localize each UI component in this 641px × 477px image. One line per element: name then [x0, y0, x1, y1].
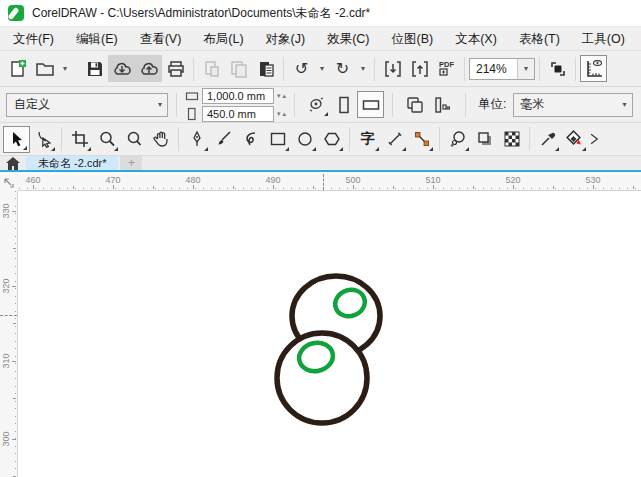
- callout-tool-button[interactable]: [444, 126, 471, 153]
- save-button[interactable]: [81, 55, 108, 82]
- page-height-icon: [185, 107, 199, 121]
- cloud-upload-button[interactable]: [135, 55, 162, 82]
- fullscreen-preview-button[interactable]: [544, 55, 571, 82]
- undo-button[interactable]: ↺: [288, 55, 315, 82]
- page-height-field[interactable]: 450.0 mm: [202, 106, 274, 122]
- landscape-orientation-button[interactable]: [357, 91, 384, 118]
- export-icon: [410, 59, 430, 79]
- page-size-preset-dropdown[interactable]: 自定义 ▾: [6, 93, 168, 117]
- open-folder-icon: [35, 59, 55, 79]
- toolbar-separator: [392, 93, 393, 117]
- bspline-tool-button[interactable]: [237, 126, 264, 153]
- zoom-dropdown-button[interactable]: ▾: [517, 59, 534, 79]
- title-bar: CorelDRAW - C:\Users\Administrator\Docum…: [0, 0, 641, 27]
- cut-button[interactable]: [198, 55, 225, 82]
- transparency-icon: [503, 130, 521, 148]
- page-width-field[interactable]: 1,000.0 mm: [202, 88, 274, 104]
- artistic-media-tool-button[interactable]: [210, 126, 237, 153]
- shadow-tool-button[interactable]: [471, 126, 498, 153]
- print-button[interactable]: [162, 55, 189, 82]
- portrait-orientation-button[interactable]: [330, 91, 357, 118]
- current-page-button[interactable]: [428, 91, 455, 118]
- fill-icon: [565, 130, 585, 148]
- undo-dropdown-button[interactable]: ▾: [315, 55, 329, 82]
- interactive-fill-tool-button[interactable]: [561, 126, 588, 153]
- text-tool-button[interactable]: 字: [354, 126, 381, 153]
- pen-tool-button[interactable]: [183, 126, 210, 153]
- menu-view[interactable]: 查看(V): [129, 27, 193, 51]
- cut-icon: [202, 59, 222, 79]
- eyedropper-icon: [539, 130, 557, 148]
- redo-icon: ↻: [336, 61, 349, 77]
- horizontal-ruler[interactable]: 460470480490500510520530: [0, 174, 641, 191]
- curve-icon: [242, 130, 260, 148]
- connector-tool-button[interactable]: [408, 126, 435, 153]
- rectangle-tool-button[interactable]: [264, 126, 291, 153]
- shape-tool-button[interactable]: [30, 126, 57, 153]
- autofit-page-button[interactable]: [303, 91, 330, 118]
- spinner-down-icon: ▾: [277, 110, 281, 118]
- all-pages-button[interactable]: [401, 91, 428, 118]
- page-height-spinner[interactable]: ▾▴: [277, 110, 286, 118]
- new-document-button[interactable]: [4, 55, 31, 82]
- open-button[interactable]: [31, 55, 58, 82]
- cloud-download-button[interactable]: [108, 55, 135, 82]
- spinner-up-icon: ▴: [283, 92, 287, 100]
- ruler-label: 510: [420, 175, 446, 185]
- front-circle-shape[interactable]: [277, 333, 367, 423]
- toolbar-separator: [575, 57, 576, 81]
- publish-to-pdf-button[interactable]: PDF: [433, 55, 460, 82]
- balloon-icon: [449, 130, 467, 148]
- zoom-level-combobox[interactable]: 214% ▾: [469, 58, 535, 80]
- property-bar: 自定义 ▾ 1,000.0 mm ▾▴ 450.0 mm ▾▴: [0, 87, 641, 123]
- menu-text[interactable]: 文本(X): [444, 27, 508, 51]
- ruler-label: 470: [100, 175, 126, 185]
- vertical-ruler[interactable]: 330320310300: [0, 191, 18, 477]
- paste-icon: [256, 59, 276, 79]
- toolbar-separator: [294, 93, 295, 117]
- polygon-icon: [323, 130, 341, 148]
- pdf-page-icon: [439, 68, 448, 76]
- menu-table[interactable]: 表格(T): [508, 27, 571, 51]
- zoom-tool-button[interactable]: [93, 126, 120, 153]
- zoom-level-value: 214%: [470, 62, 517, 76]
- eyedropper-tool-button[interactable]: [534, 126, 561, 153]
- crop-tool-button[interactable]: [66, 126, 93, 153]
- redo-dropdown-button[interactable]: ▾: [356, 55, 370, 82]
- flyout-indicator-icon: [51, 147, 55, 151]
- copy-icon: [229, 59, 249, 79]
- copy-button[interactable]: [225, 55, 252, 82]
- document-tab-bar: 未命名 -2.cdr* +: [0, 156, 641, 172]
- ruler-label: 520: [500, 175, 526, 185]
- ellipse-tool-button[interactable]: [291, 126, 318, 153]
- show-rulers-button[interactable]: [580, 55, 607, 82]
- drawing-canvas[interactable]: [18, 191, 641, 477]
- import-icon: [383, 59, 403, 79]
- zoom-tool-secondary-button[interactable]: [120, 126, 147, 153]
- export-button[interactable]: [406, 55, 433, 82]
- menu-effects[interactable]: 效果(C): [316, 27, 380, 51]
- menu-bitmaps[interactable]: 位图(B): [381, 27, 445, 51]
- menu-layout[interactable]: 布局(L): [192, 27, 254, 51]
- dimension-tool-button[interactable]: [381, 126, 408, 153]
- open-dropdown-button[interactable]: ▾: [58, 55, 72, 82]
- ruler-origin-corner[interactable]: [0, 174, 18, 191]
- flyout-indicator-icon: [402, 147, 406, 151]
- welcome-screen-button[interactable]: [0, 156, 26, 170]
- units-dropdown[interactable]: 毫米 ▾: [513, 93, 633, 117]
- paste-button[interactable]: [252, 55, 279, 82]
- polygon-tool-button[interactable]: [318, 126, 345, 153]
- page-width-spinner[interactable]: ▾▴: [277, 92, 286, 100]
- outline-tool-button[interactable]: [588, 126, 602, 153]
- redo-button[interactable]: ↻: [329, 55, 356, 82]
- new-tab-button[interactable]: +: [120, 156, 142, 170]
- import-button[interactable]: [379, 55, 406, 82]
- transparency-tool-button[interactable]: [498, 126, 525, 153]
- document-tab[interactable]: 未命名 -2.cdr*: [26, 156, 118, 170]
- menu-tools[interactable]: 工具(O): [571, 27, 636, 51]
- pan-tool-button[interactable]: [147, 126, 174, 153]
- pick-tool-button[interactable]: [3, 126, 30, 153]
- menu-object[interactable]: 对象(J): [255, 27, 317, 51]
- menu-edit[interactable]: 编辑(E): [65, 27, 129, 51]
- menu-file[interactable]: 文件(F): [2, 27, 65, 51]
